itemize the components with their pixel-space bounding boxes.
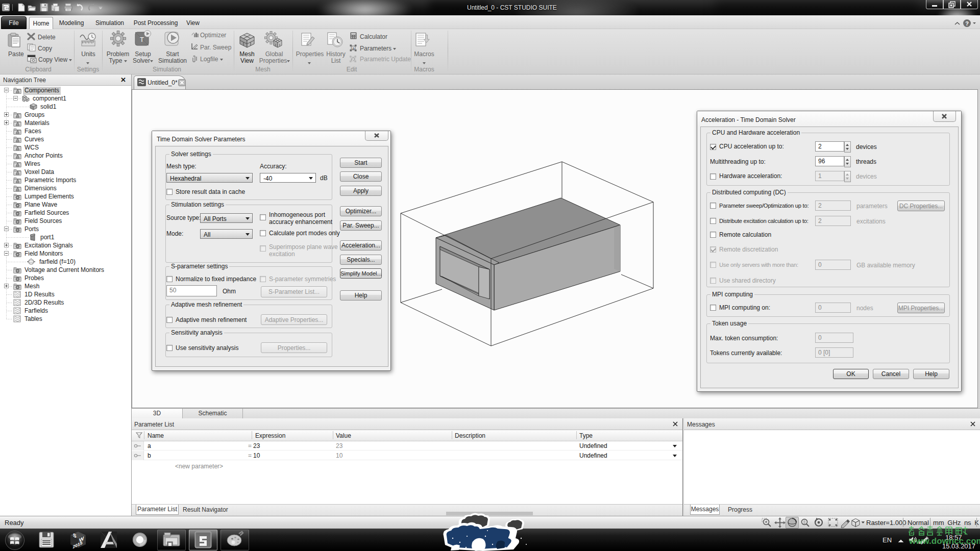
svg-text:T: T [140, 36, 144, 43]
svg-text:?: ? [965, 20, 969, 27]
svg-text:a: a [352, 46, 355, 51]
